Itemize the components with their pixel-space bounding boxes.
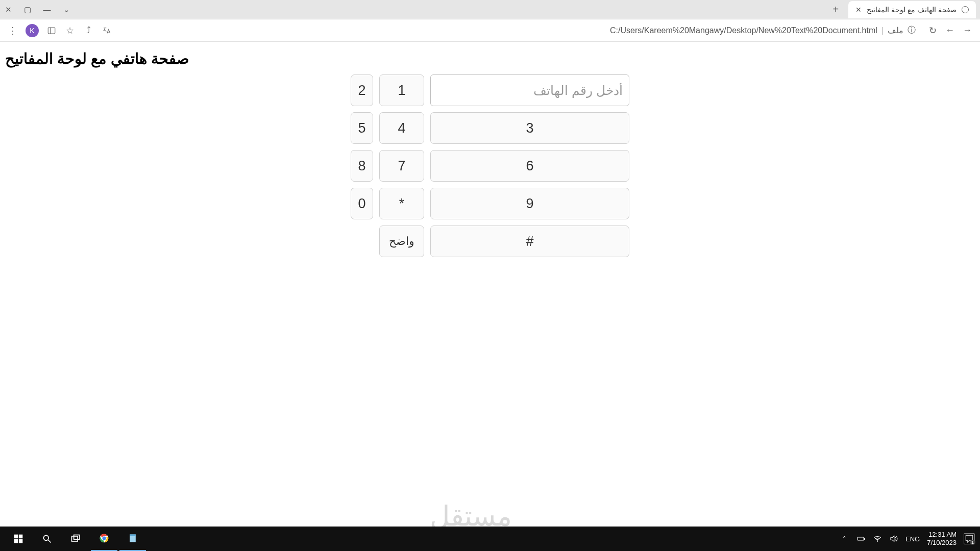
key-5[interactable]: 5 (351, 112, 373, 144)
menu-icon[interactable]: ⋮ (7, 25, 18, 36)
phone-input[interactable] (430, 74, 629, 106)
start-button[interactable] (5, 527, 32, 551)
close-tab-icon[interactable]: ✕ (855, 6, 862, 14)
minimize-window-icon[interactable]: — (43, 6, 51, 14)
svg-rect-2 (14, 535, 18, 539)
tray-chevron-up-icon[interactable]: ˄ (840, 534, 849, 543)
nav-back-icon[interactable]: ← (944, 25, 955, 36)
url-text: C:/Users/Kareem%20Mangawy/Desktop/New%20… (610, 26, 877, 35)
search-icon[interactable] (34, 527, 60, 551)
svg-rect-15 (864, 538, 865, 540)
svg-line-7 (48, 540, 51, 543)
action-center-icon[interactable] (964, 533, 975, 544)
key-0[interactable]: 0 (351, 188, 373, 219)
svg-rect-8 (72, 536, 78, 541)
svg-point-16 (877, 541, 878, 542)
battery-icon[interactable] (856, 534, 866, 543)
key-3[interactable]: 3 (430, 112, 629, 144)
key-hash[interactable]: # (430, 226, 629, 257)
key-9[interactable]: 9 (430, 188, 629, 219)
tab-title: صفحة الهاتف مع لوحة المفاتيح (867, 6, 957, 14)
key-2[interactable]: 2 (351, 74, 373, 106)
svg-rect-5 (19, 539, 23, 543)
page-content: صفحة هاتفي مع لوحة المفاتيح 1 2 3 4 5 6 … (0, 42, 980, 265)
wifi-icon[interactable] (873, 534, 882, 543)
svg-rect-4 (14, 539, 18, 543)
chevron-down-icon[interactable]: ⌄ (62, 6, 70, 14)
url-box[interactable]: ⓘ ملف | C:/Users/Kareem%20Mangawy/Deskto… (605, 22, 921, 39)
browser-tab[interactable]: ✕ صفحة الهاتف مع لوحة المفاتيح (848, 1, 976, 18)
clock-time: 12:31 AM (927, 531, 957, 539)
info-icon[interactable]: ⓘ (908, 25, 916, 36)
share-icon[interactable]: ⤴ (83, 25, 94, 36)
window-controls-left: ✕ ▢ — ⌄ (4, 6, 70, 14)
svg-rect-3 (19, 535, 23, 539)
chrome-app-icon[interactable] (91, 527, 117, 551)
url-protocol-label: ملف (888, 26, 903, 35)
window-titlebar: ✕ ▢ — ⌄ + ✕ صفحة الهاتف مع لوحة المفاتيح (0, 0, 980, 19)
svg-point-11 (103, 537, 106, 540)
volume-icon[interactable] (889, 534, 898, 543)
key-7[interactable]: 7 (379, 150, 424, 182)
svg-rect-0 (48, 28, 55, 34)
clear-button[interactable]: واضح (379, 226, 424, 257)
bookmark-star-icon[interactable]: ☆ (64, 25, 76, 36)
dial-keypad: 1 2 3 4 5 6 7 8 9 * 0 # واضح (351, 74, 629, 257)
key-4[interactable]: 4 (379, 112, 424, 144)
svg-rect-13 (130, 535, 136, 536)
language-indicator[interactable]: ENG (905, 535, 920, 543)
key-8[interactable]: 8 (351, 150, 373, 182)
key-star[interactable]: * (379, 188, 424, 219)
taskbar-clock[interactable]: 12:31 AM 7/10/2023 (927, 531, 957, 546)
maximize-window-icon[interactable]: ▢ (23, 6, 32, 14)
svg-point-6 (43, 535, 48, 540)
address-bar: → ← ↻ ⓘ ملف | C:/Users/Kareem%20Mangawy/… (0, 19, 980, 42)
task-view-icon[interactable] (62, 527, 89, 551)
close-window-icon[interactable]: ✕ (4, 6, 12, 14)
profile-avatar[interactable]: K (26, 24, 39, 37)
sidepanel-icon[interactable] (46, 25, 57, 36)
notepad-app-icon[interactable] (119, 527, 146, 551)
windows-taskbar: ˄ ENG 12:31 AM 7/10/2023 (0, 527, 980, 551)
globe-icon (962, 6, 969, 13)
translate-icon[interactable] (101, 25, 112, 36)
key-1[interactable]: 1 (379, 74, 424, 106)
clock-date: 7/10/2023 (927, 539, 957, 547)
svg-rect-9 (74, 535, 80, 540)
reload-icon[interactable]: ↻ (927, 25, 938, 36)
new-tab-button[interactable]: + (830, 4, 841, 15)
page-title: صفحة هاتفي مع لوحة المفاتيح (5, 50, 975, 67)
svg-rect-14 (857, 537, 864, 540)
nav-forward-icon[interactable]: → (962, 25, 973, 36)
key-6[interactable]: 6 (430, 150, 629, 182)
tabstrip: + ✕ صفحة الهاتف مع لوحة المفاتيح (830, 1, 976, 18)
